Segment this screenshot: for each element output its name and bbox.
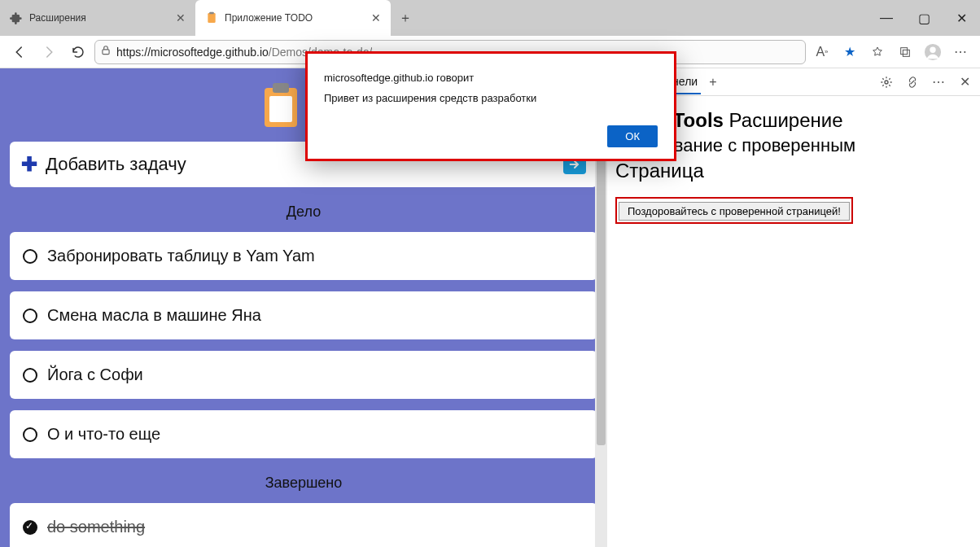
task-check-done-icon[interactable] — [23, 520, 37, 535]
js-alert-dialog: microsoftedge.github.io говорит Привет и… — [305, 54, 676, 161]
link-icon[interactable] — [902, 72, 923, 93]
task-checkbox[interactable] — [23, 368, 37, 383]
task-text: Забронировать таблицу в Yam Yam — [47, 247, 315, 265]
window-controls: — ▢ ✕ — [868, 0, 980, 36]
section-todo-label: Дело — [0, 203, 607, 221]
read-aloud-icon[interactable]: A» — [809, 39, 835, 65]
svg-rect-2 — [103, 49, 109, 54]
devtools-button-highlight: Поздоровайтесь с проверенной страницей! — [615, 197, 853, 224]
task-row[interactable]: Йога с Софи — [10, 351, 597, 399]
svg-rect-1 — [209, 12, 213, 15]
devtools-line3: Страница — [615, 160, 972, 182]
lock-icon — [100, 45, 112, 59]
tab-label: Расширения — [29, 12, 86, 24]
add-task-label: Добавить задачу — [46, 154, 186, 175]
alert-message: Привет из расширения средств разработки — [324, 92, 658, 104]
task-checkbox[interactable] — [23, 427, 37, 442]
close-icon[interactable]: ✕ — [371, 11, 381, 24]
task-row[interactable]: Забронировать таблицу в Yam Yam — [10, 232, 597, 280]
task-row[interactable]: О и что-то еще — [10, 410, 597, 458]
say-hi-button[interactable]: Поздоровайтесь с проверенной страницей! — [619, 202, 850, 221]
svg-rect-4 — [903, 50, 909, 56]
more-menu-icon[interactable]: ⋯ — [947, 39, 973, 65]
minimize-button[interactable]: — — [868, 0, 905, 36]
maximize-button[interactable]: ▢ — [905, 0, 943, 36]
svg-point-6 — [930, 46, 935, 52]
back-button[interactable] — [7, 39, 33, 65]
refresh-button[interactable] — [65, 39, 91, 65]
gear-icon[interactable] — [876, 72, 897, 93]
close-window-button[interactable]: ✕ — [943, 0, 980, 36]
task-checkbox[interactable] — [23, 309, 37, 323]
window-titlebar: Расширения ✕ Приложение TODO ✕ ＋ — ▢ ✕ — [0, 0, 980, 36]
task-text: О и что-то еще — [47, 425, 160, 444]
task-text: Йога с Софи — [47, 365, 143, 384]
section-done-label: Завершено — [0, 475, 607, 492]
browser-tab-todo[interactable]: Приложение TODO ✕ — [195, 0, 391, 36]
close-devtools-icon[interactable]: ✕ — [954, 72, 975, 93]
new-tab-button[interactable]: ＋ — [391, 0, 420, 36]
plus-icon: ✚ — [21, 153, 37, 176]
browser-tab-extensions[interactable]: Расширения ✕ — [0, 0, 195, 36]
task-text: do something — [47, 518, 145, 536]
task-text: Смена масла в машине Яна — [47, 306, 261, 325]
svg-rect-3 — [901, 47, 908, 54]
clipboard-icon — [205, 11, 218, 24]
favorites-hub-icon[interactable] — [864, 39, 890, 65]
favorite-icon[interactable]: ★ — [837, 39, 863, 65]
puzzle-icon — [10, 11, 23, 24]
collections-icon[interactable] — [892, 39, 918, 65]
task-row-done[interactable]: do something — [10, 503, 597, 547]
svg-point-7 — [885, 81, 888, 84]
task-row[interactable]: Смена масла в машине Яна — [10, 291, 597, 339]
profile-avatar[interactable] — [920, 39, 946, 65]
clipboard-icon — [265, 88, 297, 127]
svg-rect-0 — [208, 13, 215, 23]
close-icon[interactable]: ✕ — [176, 11, 186, 24]
tab-label: Приложение TODO — [225, 12, 313, 24]
devtools-add-tab[interactable]: + — [706, 75, 720, 90]
alert-origin: microsoftedge.github.io говорит — [324, 72, 658, 84]
forward-button[interactable] — [36, 39, 62, 65]
task-checkbox[interactable] — [23, 249, 37, 264]
more-icon[interactable]: ⋯ — [928, 72, 949, 93]
alert-ok-button[interactable]: ОК — [607, 125, 658, 147]
